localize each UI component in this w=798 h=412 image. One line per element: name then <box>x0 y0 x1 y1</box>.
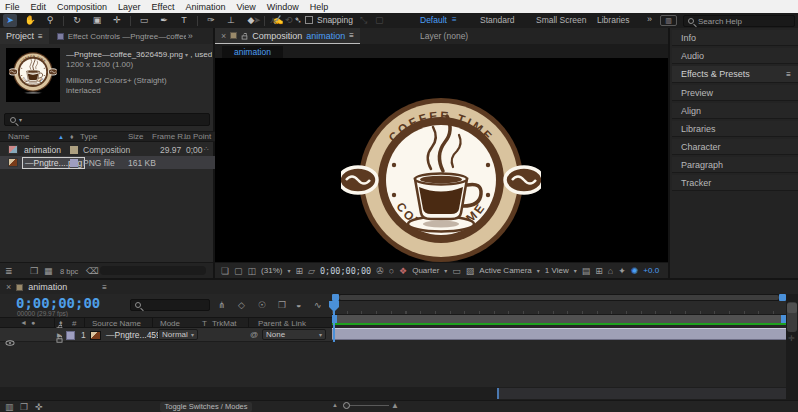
composition-viewer[interactable] <box>215 58 668 262</box>
clone-stamp-tool-icon[interactable]: ⊥ <box>224 14 238 27</box>
rectangle-tool-icon[interactable]: ▭ <box>137 14 151 27</box>
timeline-tab-label[interactable]: animation <box>28 282 67 292</box>
label-column-icon[interactable]: ♦ <box>59 319 63 326</box>
menu-edit[interactable]: Edit <box>31 2 47 12</box>
h-scrollbar-right-cap[interactable] <box>779 294 786 301</box>
footage-filename[interactable]: —Pngtree—coffee_3626459.png ▾ , used 1 t… <box>66 50 212 59</box>
grid-icon[interactable]: ⊞ <box>595 266 603 276</box>
table-row[interactable]: —Pngtre....png PNG file 161 KB <box>0 156 215 169</box>
fast-previews-icon[interactable]: ✦ <box>618 266 626 276</box>
hide-shy-layers-icon[interactable]: ☉ <box>258 300 266 310</box>
bottom-scrollbar-thumb[interactable] <box>497 388 786 399</box>
sidebar-panel-preview[interactable]: Preview <box>672 85 798 101</box>
sidebar-panel-audio[interactable]: Audio <box>672 48 798 64</box>
motion-blur-icon[interactable]: ◒ <box>296 300 301 310</box>
brush-tool-icon[interactable]: ✑ <box>204 14 218 27</box>
timeline-zoom-knob[interactable] <box>343 402 350 409</box>
workspace-overflow-chevron[interactable]: » <box>647 14 652 24</box>
reset-view-icon[interactable]: ⌂ <box>608 266 613 276</box>
view-layout-dropdown[interactable]: 1 View <box>545 266 569 275</box>
tab-layer[interactable]: Layer (none) <box>420 31 468 41</box>
camera-tool-icon[interactable]: ▣ <box>90 14 104 27</box>
adjust-exposure-icon[interactable]: ✺ <box>631 266 639 276</box>
type-tool-icon[interactable]: T <box>177 14 191 27</box>
column-name[interactable]: Name <box>8 132 29 141</box>
sidebar-panel-paragraph[interactable]: Paragraph <box>672 157 798 173</box>
workspace-libraries[interactable]: Libraries <box>597 15 630 25</box>
layer-lock-icon[interactable] <box>57 338 63 342</box>
audio-column-icon[interactable]: ◄ <box>20 319 27 326</box>
timeline-bottom-scroll[interactable] <box>0 387 786 400</box>
panel-menu-icon[interactable]: ≡ <box>349 31 354 40</box>
show-channels-icon[interactable]: ❖ <box>399 266 407 276</box>
sidebar-panel-effects-presets[interactable]: Effects & Presets ≡ <box>672 66 798 83</box>
help-search-input[interactable]: Search Help <box>698 17 742 26</box>
tab-project[interactable]: Project ≡ <box>0 28 49 44</box>
camera-dropdown[interactable]: Active Camera <box>479 266 531 275</box>
menu-help[interactable]: Help <box>310 2 329 12</box>
share-view-icon[interactable]: ▤ <box>582 266 591 276</box>
composition-mini-flowchart-icon[interactable]: ⋔ <box>218 300 226 310</box>
workspace-standard[interactable]: Standard <box>480 15 515 25</box>
project-flowchart-icon[interactable]: ≣ <box>5 266 13 276</box>
bit-depth-button[interactable]: 8 bpc <box>60 267 78 276</box>
workspace-small-screen[interactable]: Small Screen <box>536 15 587 25</box>
zoom-tool-icon[interactable]: ⚲ <box>43 14 57 27</box>
frame-blending-icon[interactable]: ❐ <box>278 300 286 310</box>
column-in-point[interactable]: In Point <box>184 132 211 141</box>
new-composition-icon[interactable]: ▦ <box>44 266 53 276</box>
menu-window[interactable]: Window <box>267 2 299 12</box>
close-icon[interactable]: × <box>6 282 11 292</box>
column-parent-link[interactable]: Parent & Link <box>258 319 306 328</box>
always-preview-icon[interactable]: ❏ <box>221 266 229 276</box>
column-source-name[interactable]: Source Name <box>92 319 141 328</box>
work-area-bar[interactable] <box>332 315 786 323</box>
menu-animation[interactable]: Animation <box>185 2 225 12</box>
timeline-zoom-track[interactable] <box>345 405 389 406</box>
viewer-tab-animation[interactable]: animation <box>222 46 283 58</box>
tab-effect-controls[interactable]: Effect Controls —Pngtree—coffee_3626 <box>68 32 186 41</box>
resolution-dropdown[interactable]: Quarter <box>412 266 439 275</box>
column-size[interactable]: Size <box>128 132 144 141</box>
h-scrollbar-thumb[interactable] <box>339 295 779 300</box>
pixel-aspect-icon[interactable]: ◫ <box>248 266 257 276</box>
sidebar-panel-character[interactable]: Character <box>672 139 798 155</box>
solo-column-icon[interactable]: ● <box>31 319 35 326</box>
mask-visibility-icon[interactable]: ▱ <box>308 266 315 276</box>
chevron-down-icon[interactable]: ▾ <box>444 267 447 274</box>
show-snapshot-icon[interactable]: ○ <box>389 266 394 276</box>
parent-pickwhip-icon[interactable]: @ <box>250 330 258 339</box>
sidebar-panel-info[interactable]: Info <box>672 30 798 46</box>
label-swatch[interactable] <box>70 159 78 167</box>
column-t[interactable]: T <box>202 319 207 328</box>
table-row[interactable]: animation Composition 29.97 0;00 ∴ <box>0 143 215 156</box>
comp-marker-bin[interactable] <box>787 303 797 313</box>
chevron-down-icon[interactable]: ▾ <box>537 267 540 274</box>
timeline-search-box[interactable] <box>130 299 210 311</box>
panel-menu-icon[interactable]: ≡ <box>38 32 43 41</box>
lock-icon[interactable] <box>242 36 248 40</box>
expand-in-out-columns-icon[interactable]: ▥ <box>5 402 14 412</box>
transparency-grid-icon[interactable]: ▨ <box>466 266 475 276</box>
parent-dropdown[interactable]: None ▾ <box>262 329 326 340</box>
region-of-interest-icon[interactable]: ▭ <box>452 266 461 276</box>
workspace-default[interactable]: Default <box>420 15 447 25</box>
sidebar-panel-libraries[interactable]: Libraries <box>672 121 798 137</box>
chevron-down-icon[interactable]: ▾ <box>287 267 290 274</box>
menu-layer[interactable]: Layer <box>118 2 141 12</box>
trash-icon[interactable]: ⌫ <box>86 266 99 276</box>
exposure-value[interactable]: +0.0 <box>643 266 659 275</box>
column-mode[interactable]: Mode <box>160 319 180 328</box>
toggle-switches-modes-button[interactable]: Toggle Switches / Modes <box>160 402 252 412</box>
current-timecode[interactable]: 0;00;00;00 <box>16 295 100 311</box>
zoom-in-mountain-icon[interactable]: ▲ <box>391 401 399 410</box>
sidebar-panel-align[interactable]: Align <box>672 103 798 119</box>
layer-expander-icon[interactable]: ▶ <box>57 331 62 338</box>
blend-mode-dropdown[interactable]: Normal ▾ <box>158 329 198 340</box>
menu-composition[interactable]: Composition <box>57 2 107 12</box>
label-swatch[interactable] <box>70 146 78 154</box>
pen-tool-icon[interactable]: ✒ <box>157 14 171 27</box>
filename-caret-icon[interactable]: ▾ <box>185 52 188 58</box>
transfer-controls-icon[interactable]: ✜ <box>35 402 43 412</box>
layer-duration-bar[interactable] <box>332 328 786 340</box>
